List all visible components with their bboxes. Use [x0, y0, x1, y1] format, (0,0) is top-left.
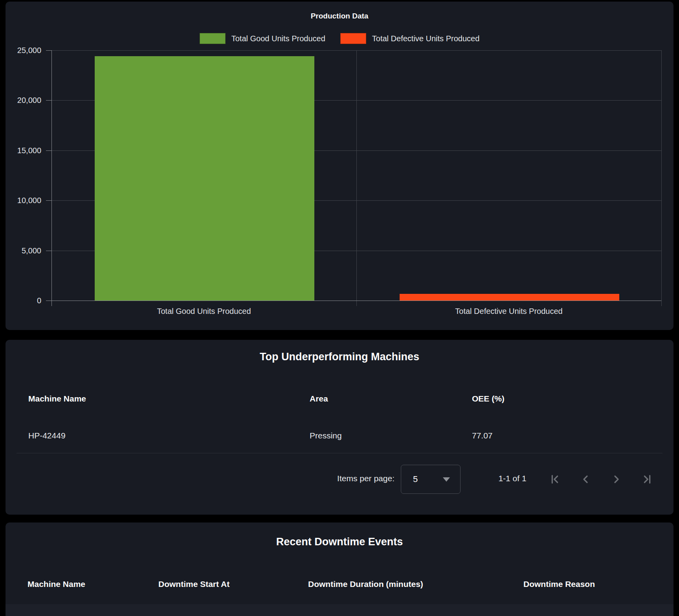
legend-swatch-green [200, 33, 226, 44]
items-per-page-label: Items per page: [316, 474, 395, 483]
gridline [661, 50, 662, 301]
first-page-button[interactable] [545, 470, 564, 489]
column-header-machine-name: Machine Name [28, 579, 85, 589]
axis-tick [46, 301, 51, 301]
chart-legend: Total Good Units Produced Total Defectiv… [6, 33, 673, 44]
table-row [6, 604, 673, 616]
chevron-right-icon [610, 473, 623, 486]
next-page-button[interactable] [607, 470, 626, 489]
x-axis-line [51, 301, 661, 301]
page-range-label: 1-1 of 1 [489, 474, 536, 483]
y-axis-label: 5,000 [22, 246, 41, 255]
column-header-downtime-reason: Downtime Reason [523, 579, 595, 589]
dropdown-arrow-icon [443, 477, 450, 482]
legend-item-good[interactable]: Total Good Units Produced [200, 33, 325, 44]
legend-label: Total Defective Units Produced [372, 34, 479, 43]
cell-oee: 77.07 [472, 431, 493, 440]
underperforming-machines-card: Top Underperforming Machines Machine Nam… [6, 340, 673, 515]
first-page-icon [549, 473, 561, 486]
machines-card-title: Top Underperforming Machines [6, 351, 673, 363]
x-axis-category-label: Total Good Units Produced [51, 307, 356, 316]
y-axis-label: 15,000 [17, 146, 41, 155]
column-header-oee: OEE (%) [472, 394, 505, 403]
legend-swatch-orange [340, 33, 366, 44]
axis-tick [46, 251, 51, 251]
column-header-downtime-duration: Downtime Duration (minutes) [308, 579, 423, 589]
production-chart-card: Production Data Total Good Units Produce… [6, 2, 673, 330]
y-axis-label: 25,000 [17, 46, 41, 55]
downtime-card-title: Recent Downtime Events [6, 536, 673, 548]
y-axis-label: 10,000 [17, 196, 41, 205]
chart-plot-area: 25,000 20,000 15,000 10,000 5,000 0 Tota… [51, 50, 661, 301]
axis-tick [46, 100, 51, 101]
axis-tick [46, 200, 51, 201]
last-page-icon [641, 473, 653, 486]
page-size-value: 5 [413, 474, 418, 484]
gridline [356, 50, 357, 301]
chart-title: Production Data [6, 12, 673, 20]
axis-tick [661, 301, 662, 306]
last-page-button[interactable] [638, 470, 657, 489]
row-divider [17, 453, 662, 453]
column-header-area: Area [310, 394, 328, 403]
chevron-left-icon [579, 473, 592, 486]
legend-item-defective[interactable]: Total Defective Units Produced [340, 33, 479, 44]
axis-tick [356, 301, 357, 306]
axis-tick [46, 150, 51, 151]
x-axis-category-label: Total Defective Units Produced [356, 307, 661, 316]
cell-machine-name: HP-42449 [28, 431, 66, 440]
bar-defective-units[interactable] [400, 294, 619, 301]
cell-area: Pressing [310, 431, 342, 440]
bar-good-units[interactable] [95, 56, 314, 301]
y-axis-label: 0 [37, 296, 41, 305]
downtime-events-card: Recent Downtime Events Machine Name Down… [6, 522, 673, 616]
y-axis-label: 20,000 [17, 96, 41, 105]
y-axis-line [51, 50, 52, 306]
column-header-downtime-start: Downtime Start At [158, 579, 229, 589]
legend-label: Total Good Units Produced [231, 34, 325, 43]
previous-page-button[interactable] [576, 470, 595, 489]
page-size-select[interactable]: 5 [401, 465, 461, 494]
column-header-machine-name: Machine Name [28, 394, 86, 403]
axis-tick [46, 50, 51, 51]
